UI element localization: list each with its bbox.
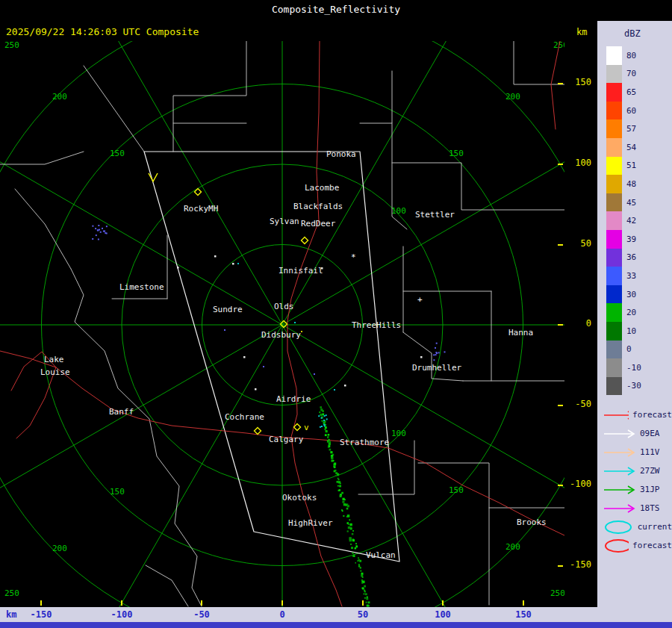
colorbar-entry: -10: [606, 358, 669, 377]
bottom-tick-marks: [41, 600, 523, 606]
colorbar-swatch: [606, 193, 622, 212]
colorbar-entry: 51: [606, 157, 669, 175]
colorbar-entry: 48: [606, 175, 669, 193]
range-label: 250: [4, 588, 19, 598]
colorbar-value: 10: [626, 326, 636, 336]
city-label: Sylvan: [270, 217, 299, 226]
station-dot: [177, 267, 179, 269]
city-label: RockyMH: [184, 204, 218, 214]
city-label: Sundre: [213, 305, 243, 314]
legend-arrow-icon: [602, 482, 636, 498]
city-label: RedDeer: [301, 219, 336, 228]
colorbar-entry: 10: [606, 322, 669, 341]
city-label: HighRiver: [288, 518, 333, 528]
colorbar-swatch: [606, 358, 622, 377]
city-label: Drumheller: [412, 363, 462, 373]
city-label: Cochrane: [225, 412, 264, 422]
radar-site-marker: [302, 237, 308, 244]
colorbar-swatch: [606, 341, 622, 359]
colorbar-entry: 57: [606, 119, 669, 138]
range-label: 250: [550, 588, 564, 598]
bottom-axis-tick: 50: [344, 607, 382, 622]
legend-label: 09EA: [640, 429, 660, 438]
wind-arrow-marker: [149, 173, 158, 181]
colorbar-entry: 60: [606, 102, 669, 120]
city-labels: PonokaLacombeBlackfaldsSylvanRedDeerRock…: [40, 149, 547, 560]
city-label: Okotoks: [282, 493, 317, 503]
right-axis-tick-dash: [558, 244, 563, 246]
radial-line: [73, 325, 282, 607]
bottom-edge-strip: [0, 622, 672, 628]
colorbar-swatch: [606, 211, 622, 230]
city-label: ThreeHills: [352, 320, 401, 330]
range-label: 200: [505, 542, 520, 552]
colorbar-value: -30: [626, 381, 641, 391]
colorbar-swatch: [606, 285, 622, 304]
radar-map[interactable]: 2502001502502001501001502001001502002502…: [0, 41, 564, 607]
legend-item-27ZW: 27ZW: [602, 461, 672, 480]
colorbar-entry: 65: [606, 83, 669, 102]
right-axis-tick: 100: [554, 158, 591, 168]
range-label: 200: [52, 92, 67, 102]
right-axis-tick: 0: [554, 318, 591, 329]
right-axis-tick: 50: [554, 238, 591, 249]
colorbar-swatch: [606, 83, 622, 102]
app-title: Composite_Reflectivity: [272, 4, 400, 15]
station-dot: [243, 356, 246, 358]
colorbar-entry: 0: [606, 341, 669, 359]
colorbar-entry: -30: [606, 377, 669, 396]
bottom-axis-tick: -50: [183, 607, 220, 622]
colorbar-entry: 33: [606, 267, 669, 285]
range-label: 150: [449, 149, 464, 158]
station-dot: [344, 385, 346, 387]
legend-arrow-icon: [602, 426, 636, 442]
bottom-axis-tick: 100: [424, 607, 461, 622]
city-label: Strathmore: [340, 438, 389, 447]
legend-arrow-icon: [602, 444, 636, 461]
legend-label: forecast: [632, 410, 672, 420]
coverage-domain-outline: [144, 152, 399, 562]
station-dot: [255, 388, 257, 391]
city-label: Stettler: [415, 210, 455, 220]
range-label: 150: [449, 485, 464, 495]
legend-item-forecast: forecast: [602, 536, 672, 555]
colorbar-entry: 54: [606, 138, 669, 157]
colorbar-entry: 39: [606, 230, 669, 249]
range-label: 150: [110, 149, 125, 158]
bottom-axis-tick: -100: [103, 607, 140, 622]
legend-label: 31JP: [640, 485, 660, 494]
colorbar-value: 60: [626, 106, 636, 116]
colorbar-swatch: [606, 303, 622, 322]
colorbar-swatch: [606, 322, 622, 341]
colorbar-value: 54: [626, 143, 636, 152]
colorbar-value: 20: [626, 308, 636, 317]
legend-item-current: current: [602, 517, 672, 536]
city-label: Limestone: [119, 282, 164, 292]
colorbar-swatch: [606, 102, 622, 120]
right-axis-tick-dash: [558, 485, 563, 486]
colorbar-value: 51: [626, 161, 636, 170]
colorbar-value: 70: [626, 69, 636, 78]
city-label: Banff: [109, 407, 134, 417]
colorbar-swatch: [606, 175, 622, 193]
colorbar-swatch: [606, 138, 622, 157]
colorbar-swatch: [606, 119, 622, 138]
right-axis-tick-dash: [558, 324, 563, 326]
colorbar-value: 33: [626, 271, 636, 281]
radial-line: [73, 41, 282, 325]
range-ring-grid: 2502001502502001501001502001001502002502…: [0, 41, 564, 607]
station-glyph: *: [351, 252, 356, 262]
city-label: Lacombe: [305, 183, 339, 193]
right-axis-tick: 150: [554, 77, 591, 87]
range-label: 200: [505, 92, 520, 102]
colorbar-entry: 70: [606, 65, 669, 84]
city-label: Lake: [44, 355, 64, 364]
colorbar-value: 65: [626, 87, 636, 97]
city-label: Airdrie: [276, 394, 311, 404]
bottom-axis: km -150-100-50050100150: [0, 607, 672, 622]
city-label: Blackfalds: [293, 202, 343, 211]
legend-ellipse-icon: [602, 519, 634, 535]
km-unit-label-right: km: [576, 27, 587, 37]
colorbar-swatch: [606, 157, 622, 175]
legend-item-31JP: 31JP: [602, 480, 672, 499]
